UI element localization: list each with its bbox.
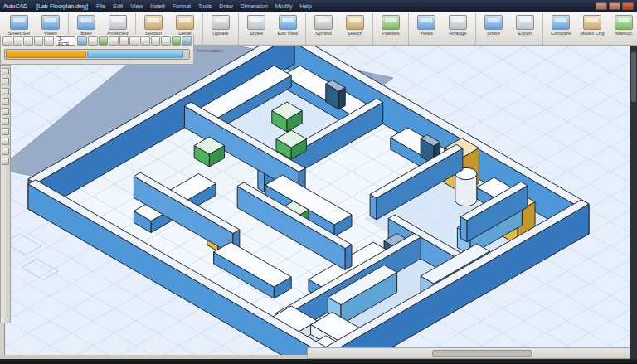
progress-bar xyxy=(4,49,190,60)
blue-segment xyxy=(87,51,184,58)
horizontal-scrollbar[interactable] xyxy=(307,347,630,359)
quick-access-panel: 3-PCS xyxy=(0,35,194,65)
layer-dropdown[interactable]: 3-PCS xyxy=(56,36,75,46)
base-view-icon xyxy=(77,15,95,30)
palettes-icon xyxy=(382,15,400,30)
ortho-icon[interactable] xyxy=(129,36,139,46)
ribbon-button-views[interactable]: Views xyxy=(411,14,441,44)
minimize-button[interactable] xyxy=(596,2,607,10)
ribbon-button-label: Markup xyxy=(615,31,632,36)
osnap-icon[interactable] xyxy=(140,36,150,46)
markup-icon xyxy=(615,15,633,30)
ribbon-group-9: CompareModel ChgMarkup xyxy=(543,13,637,45)
menu-bar: FileEditViewInsertFormatToolsDrawDimensi… xyxy=(96,3,312,9)
ribbon-button-export[interactable]: Export xyxy=(510,14,540,44)
ribbon-group-8: ShareExport xyxy=(476,13,543,45)
side-tool-icon[interactable] xyxy=(2,128,9,135)
side-tool-icon[interactable] xyxy=(2,138,9,145)
section-icon xyxy=(144,15,163,30)
lineweight-icon[interactable] xyxy=(161,36,171,46)
views-monitor-icon xyxy=(417,15,435,30)
drawing-viewport[interactable] xyxy=(4,46,630,359)
model-changes-icon xyxy=(583,15,601,30)
menu-item-dimension[interactable]: Dimension xyxy=(241,3,268,9)
undo-icon[interactable] xyxy=(34,36,44,46)
side-tool-icon[interactable] xyxy=(2,78,9,85)
ribbon-button-sketch[interactable]: Sketch xyxy=(340,14,370,44)
ribbon-group-7: ViewsArrange xyxy=(409,13,476,45)
isometric-floorplan-canvas[interactable] xyxy=(5,46,630,359)
named-views-icon xyxy=(41,15,60,30)
ribbon-group-6: Palettes xyxy=(373,13,409,45)
pan-icon[interactable] xyxy=(88,36,98,46)
ribbon-button-edit-view[interactable]: Edit View xyxy=(273,14,303,44)
menu-item-insert[interactable]: Insert xyxy=(150,3,165,9)
horizontal-scrollbar-thumb[interactable] xyxy=(432,350,532,357)
ribbon-button-palettes[interactable]: Palettes xyxy=(376,14,406,44)
detail-icon xyxy=(176,15,194,30)
side-tool-icon[interactable] xyxy=(2,98,9,105)
ribbon-button-label: Update xyxy=(212,31,228,36)
side-tool-icon[interactable] xyxy=(2,158,9,165)
side-tool-icon[interactable] xyxy=(2,118,9,125)
ribbon-button-label: Edit View xyxy=(278,31,299,36)
tank-cylinder xyxy=(455,167,477,206)
menu-item-modify[interactable]: Modify xyxy=(275,3,293,9)
side-tool-icon[interactable] xyxy=(2,108,9,115)
side-tool-icon[interactable] xyxy=(2,148,9,155)
arrange-icon xyxy=(449,15,467,30)
ribbon-button-share[interactable]: Share xyxy=(479,14,508,44)
zoom-icon[interactable] xyxy=(77,36,87,46)
ribbon-button-label: Views xyxy=(420,31,433,36)
ribbon-button-styles[interactable]: Styles xyxy=(241,14,271,44)
sheet-set-icon xyxy=(10,15,28,30)
ribbon-button-arrange[interactable]: Arrange xyxy=(443,14,473,44)
update-icon xyxy=(212,15,230,30)
restore-button[interactable] xyxy=(609,2,620,10)
sketch-icon xyxy=(346,15,364,30)
menu-item-tools[interactable]: Tools xyxy=(198,3,212,9)
side-tool-icon[interactable] xyxy=(2,88,9,95)
close-button[interactable] xyxy=(622,2,634,10)
ribbon-button-markup[interactable]: Markup xyxy=(609,14,637,44)
side-tool-strip xyxy=(0,65,11,323)
vertical-scrollbar[interactable] xyxy=(630,46,637,359)
model-icon[interactable] xyxy=(172,36,182,46)
layers-icon[interactable] xyxy=(99,36,109,46)
ribbon-button-label: Symbol xyxy=(315,31,332,36)
ribbon-button-label: Share xyxy=(487,31,500,36)
quick-toolbar: 3-PCS xyxy=(1,35,193,47)
ribbon-button-update[interactable]: Update xyxy=(206,14,236,44)
menu-item-view[interactable]: View xyxy=(130,3,143,9)
window-title: AutoCAD — [Lab-Floorplan.dwg] xyxy=(3,3,88,9)
polar-icon[interactable] xyxy=(151,36,161,46)
snap-hint-label: Intersection xyxy=(197,48,223,53)
open-icon[interactable] xyxy=(2,36,12,46)
projected-view-icon xyxy=(109,15,127,30)
ribbon-button-symbol[interactable]: Symbol xyxy=(309,14,338,44)
edit-view-icon xyxy=(279,15,297,30)
ribbon-button-compare[interactable]: Compare xyxy=(546,14,576,44)
orange-segment xyxy=(6,51,86,58)
share-icon xyxy=(484,15,503,30)
window-controls xyxy=(596,2,634,10)
grid-icon[interactable] xyxy=(109,36,119,46)
print-icon[interactable] xyxy=(23,36,33,46)
ribbon-group-4: StylesEdit View xyxy=(239,13,306,45)
ribbon-button-label: Sketch xyxy=(348,31,362,36)
menu-item-help[interactable]: Help xyxy=(299,3,311,9)
layout-icon[interactable] xyxy=(182,36,192,46)
ribbon-button-label: Model Chg xyxy=(580,31,604,36)
ribbon-button-model-chg[interactable]: Model Chg xyxy=(577,14,607,44)
vertical-scrollbar-thumb[interactable] xyxy=(631,52,636,102)
side-tool-icon[interactable] xyxy=(2,68,9,75)
status-bar xyxy=(0,359,637,364)
menu-item-format[interactable]: Format xyxy=(173,3,191,9)
save-icon[interactable] xyxy=(13,36,23,46)
menu-item-file[interactable]: File xyxy=(96,3,105,9)
menu-item-edit[interactable]: Edit xyxy=(113,3,123,9)
snap-icon[interactable] xyxy=(119,36,129,46)
ribbon-button-label: Export xyxy=(518,31,532,36)
menu-item-draw[interactable]: Draw xyxy=(219,3,232,9)
redo-icon[interactable] xyxy=(44,36,54,46)
